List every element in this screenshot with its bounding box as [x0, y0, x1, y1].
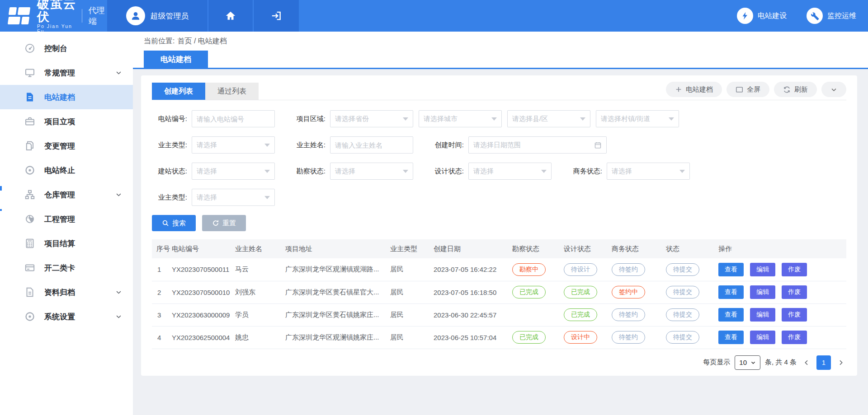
sidebar-item-station-termination[interactable]: 电站终止: [0, 158, 133, 182]
calendar-icon: [594, 141, 602, 149]
owner-name-input[interactable]: [335, 141, 408, 149]
edit-button[interactable]: 编辑: [750, 285, 775, 299]
sidebar-item-console[interactable]: 控制台: [0, 36, 133, 61]
tab-passed-list[interactable]: 通过列表: [205, 83, 259, 100]
fullscreen-button[interactable]: 全屏: [726, 82, 769, 97]
sidebar-item-station-archive[interactable]: 电站建档: [0, 85, 133, 109]
sidebar-item-warehouse-mgmt[interactable]: 仓库管理: [0, 182, 133, 207]
avatar: [126, 6, 145, 25]
view-button[interactable]: 查看: [718, 308, 744, 322]
view-button[interactable]: 查看: [718, 285, 744, 299]
breadcrumb-path: 首页 / 电站建档: [177, 37, 226, 46]
document-icon: [24, 92, 35, 103]
page-number-1[interactable]: 1: [816, 355, 831, 370]
sidebar-item-project-settlement[interactable]: 项目结算: [0, 231, 133, 256]
refresh-icon: [783, 86, 791, 93]
filter-row-1: 电站编号: 项目区域: 请选择省份 请选择城市: [152, 110, 846, 127]
next-page-button[interactable]: [835, 359, 846, 366]
page-tabstrip: 电站建档: [133, 51, 868, 69]
status-badge: 待提交: [666, 331, 699, 344]
tab-create-list[interactable]: 创建列表: [152, 83, 205, 100]
user-menu[interactable]: 超级管理员: [107, 0, 208, 32]
station-code-input[interactable]: [197, 115, 270, 123]
void-button[interactable]: 作废: [782, 285, 807, 299]
caret-down-icon: [403, 117, 408, 121]
portal-tag: 代理端: [82, 9, 107, 23]
survey-status-select[interactable]: 请选择: [330, 163, 413, 180]
caret-down-icon: [541, 170, 547, 173]
home-button[interactable]: [208, 0, 253, 32]
logout-icon: [270, 10, 282, 22]
owner-name-label: 业主姓名:: [290, 141, 326, 149]
home-icon: [225, 10, 236, 22]
reset-button[interactable]: 重置: [202, 215, 246, 231]
briefcase-icon: [24, 116, 35, 127]
search-button[interactable]: 搜索: [152, 215, 196, 231]
owner-type2-select[interactable]: 请选择: [192, 189, 275, 206]
collapse-toolbar-button[interactable]: [821, 82, 846, 97]
target-circle-icon: [24, 165, 35, 176]
edit-button[interactable]: 编辑: [750, 263, 775, 276]
void-button[interactable]: 作废: [782, 308, 807, 322]
build-status-select[interactable]: 请选择: [192, 163, 275, 180]
chevron-right-icon: [837, 359, 844, 366]
monitor-icon: [24, 67, 35, 78]
status-badge: 待提交: [666, 263, 699, 276]
status-badge: 已完成: [564, 308, 597, 321]
sidebar-item-change-mgmt[interactable]: 变更管理: [0, 134, 133, 158]
chevron-down-icon: [830, 86, 837, 93]
owner-type-select[interactable]: 请选择: [192, 136, 275, 154]
sidebar-item-data-archive[interactable]: 资料归档: [0, 280, 133, 304]
sidebar-item-project-initiation[interactable]: 项目立项: [0, 109, 133, 134]
gauge-icon: [24, 214, 35, 224]
design-status-select[interactable]: 请选择: [468, 163, 552, 180]
void-button[interactable]: 作废: [782, 263, 807, 276]
card-top-row: 创建列表 通过列表 电站建档 全屏: [152, 82, 846, 100]
chevron-down-icon: [115, 289, 122, 296]
view-button[interactable]: 查看: [718, 331, 744, 344]
breadcrumb: 当前位置: 首页 / 电站建档: [133, 32, 868, 51]
sidebar-item-system-settings[interactable]: 系统设置: [0, 304, 133, 329]
nav-station-build[interactable]: 电站建设: [737, 8, 787, 24]
sidebar-item-engineering-mgmt[interactable]: 工程管理: [0, 207, 133, 231]
calculator-icon: [24, 238, 35, 249]
table-row: 4 YX2023062500004 姚忠 广东深圳龙华区观澜镇姚家庄... 居民…: [152, 326, 846, 349]
view-button[interactable]: 查看: [718, 263, 744, 276]
logout-button[interactable]: [253, 0, 299, 32]
owner-type-label: 业主类型:: [152, 141, 187, 149]
date-range-picker[interactable]: 请选择日期范围: [468, 136, 607, 154]
content-card: 创建列表 通过列表 电站建档 全屏: [141, 75, 857, 376]
province-select[interactable]: 请选择省份: [330, 110, 413, 127]
logo: 破茧云伏 Po Jian Yun Fu 代理端: [0, 0, 107, 32]
edit-button[interactable]: 编辑: [750, 308, 775, 322]
bank-card-icon: [24, 262, 35, 273]
build-status-label: 建站状态:: [152, 167, 187, 176]
refresh-button[interactable]: 刷新: [774, 82, 817, 97]
void-button[interactable]: 作废: [782, 331, 807, 344]
status-badge: 勘察中: [512, 263, 546, 276]
town-select[interactable]: 请选择村镇/街道: [596, 110, 679, 127]
sidebar-item-general-mgmt[interactable]: 常规管理: [0, 61, 133, 85]
county-select[interactable]: 请选择县/区: [507, 110, 590, 127]
business-status-select[interactable]: 请选择: [607, 163, 690, 180]
fullscreen-icon: [736, 86, 743, 93]
app-screen: 破茧云伏 Po Jian Yun Fu 代理端 超级管理员: [0, 0, 868, 415]
total-count-label: 条, 共 4 条: [765, 358, 797, 367]
caret-down-icon: [264, 144, 270, 147]
city-select[interactable]: 请选择城市: [419, 110, 502, 127]
prev-page-button[interactable]: [801, 359, 812, 366]
table-row: 1 YX2023070500011 马云 广东深圳龙华区观澜镇观湖路... 居民…: [152, 258, 846, 281]
caret-down-icon: [679, 170, 685, 173]
edit-button[interactable]: 编辑: [750, 331, 775, 344]
logo-title: 破茧云伏: [37, 0, 77, 23]
per-page-select[interactable]: 10: [735, 355, 760, 370]
page-tab-station-archive[interactable]: 电站建档: [144, 51, 208, 68]
nav-monitor-ops[interactable]: 监控运维: [807, 8, 856, 24]
sidebar: 控制台 常规管理 电站建档 项目立项: [0, 32, 133, 415]
sidebar-item-open-type2-card[interactable]: 开二类卡: [0, 256, 133, 280]
chevron-left-icon: [803, 359, 810, 366]
header-quick-links: 电站建设 监控运维: [737, 0, 868, 32]
status-badge: 待签约: [612, 331, 645, 344]
create-station-button[interactable]: 电站建档: [666, 82, 722, 97]
chevron-down-icon: [115, 70, 122, 76]
